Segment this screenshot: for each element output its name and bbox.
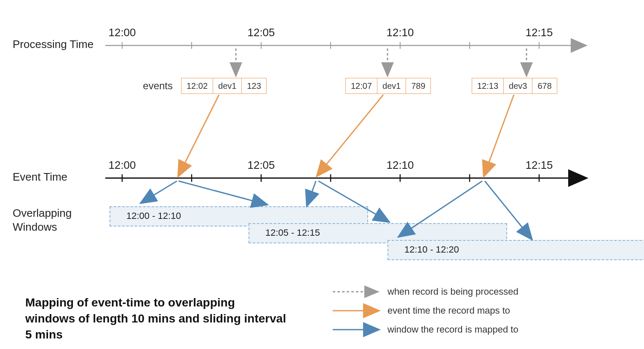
diagram-caption: Mapping of event-time to overlapping win… bbox=[25, 295, 286, 342]
evt2-dev: dev3 bbox=[504, 78, 532, 93]
evt0-dev: dev1 bbox=[213, 78, 242, 93]
svg-line-24 bbox=[307, 181, 316, 204]
ptick-0: 12:00 bbox=[108, 26, 136, 39]
etick-1: 12:05 bbox=[247, 159, 275, 172]
ptick-1: 12:05 bbox=[247, 26, 275, 39]
svg-line-23 bbox=[179, 181, 265, 204]
etick-2: 12:10 bbox=[386, 159, 414, 172]
label-processing-time: Processing Time bbox=[13, 38, 94, 51]
window-txt-2: 12:10 - 12:20 bbox=[404, 244, 459, 255]
window-txt-1: 12:05 - 12:15 bbox=[265, 227, 320, 238]
svg-line-20 bbox=[318, 95, 383, 175]
window-txt-0: 12:00 - 12:10 bbox=[126, 210, 181, 221]
evt0-val: 123 bbox=[242, 78, 266, 93]
legend-window: window the record is mapped to bbox=[387, 324, 518, 335]
ptick-2: 12:10 bbox=[386, 26, 414, 39]
ptick-3: 12:15 bbox=[525, 26, 553, 39]
evt0-time: 12:02 bbox=[182, 78, 213, 93]
label-events: events bbox=[139, 80, 173, 92]
event-box-1: 12:07 dev1 789 bbox=[345, 78, 431, 94]
evt2-val: 678 bbox=[532, 78, 556, 93]
etick-0: 12:00 bbox=[108, 159, 136, 172]
svg-line-21 bbox=[484, 95, 514, 175]
svg-line-22 bbox=[142, 181, 177, 202]
evt1-time: 12:07 bbox=[346, 78, 377, 93]
event-box-0: 12:02 dev1 123 bbox=[181, 78, 267, 94]
svg-line-19 bbox=[179, 95, 219, 175]
event-box-2: 12:13 dev3 678 bbox=[472, 78, 557, 94]
evt1-val: 789 bbox=[406, 78, 430, 93]
legend-processed: when record is being processed bbox=[387, 286, 518, 297]
evt2-time: 12:13 bbox=[472, 78, 504, 93]
legend-maps-to: event time the record maps to bbox=[387, 305, 510, 316]
label-event-time: Event Time bbox=[13, 171, 67, 184]
label-overlapping-windows: Overlapping Windows bbox=[13, 206, 80, 234]
etick-3: 12:15 bbox=[525, 159, 553, 172]
evt1-dev: dev1 bbox=[377, 78, 406, 93]
